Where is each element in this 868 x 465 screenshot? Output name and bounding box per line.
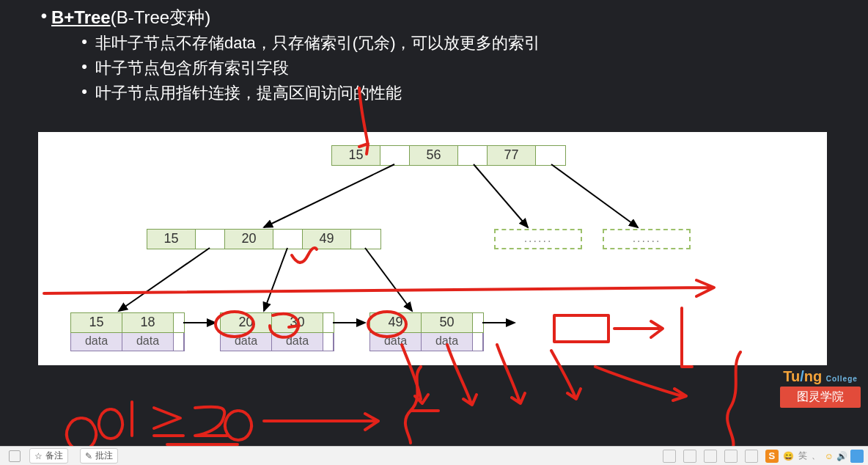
view-sorter-icon[interactable]	[683, 450, 696, 463]
svg-line-4	[264, 248, 287, 311]
view-divider-icon[interactable]	[745, 450, 758, 463]
tray-icon[interactable]	[850, 450, 864, 463]
bullets: • B+Tree(B-Tree变种) • 非叶子节点不存储data，只存储索引(…	[0, 0, 868, 104]
svg-line-1	[474, 164, 528, 227]
bullet-dot: •	[73, 32, 95, 51]
sound-icon[interactable]: 🔊	[836, 451, 847, 461]
bullet-line-2: • 叶子节点包含所有索引字段	[73, 57, 846, 79]
key-cell: 50	[422, 313, 473, 332]
emoji-icon[interactable]: 😄	[783, 451, 794, 461]
bullet-line-1: • 非叶子节点不存储data，只存储索引(冗余)，可以放更多的索引	[73, 32, 846, 54]
key-cell: 15	[332, 146, 380, 165]
taskbar: ☆ 备注 ✎ 批注 S 😄 笑 、 ☺ 🔊	[0, 446, 868, 465]
logo: Tu/ng College 图灵学院	[780, 368, 861, 408]
logo-text-right: ng	[804, 368, 822, 384]
svg-line-0	[264, 164, 394, 227]
pointer-cell	[273, 230, 303, 249]
pointer-cell	[196, 230, 225, 249]
svg-line-5	[365, 248, 412, 311]
pointer-cell	[473, 333, 483, 351]
key-cell: 15	[147, 230, 196, 249]
view-normal-icon[interactable]	[663, 450, 676, 463]
pointer-cell	[323, 333, 334, 351]
data-cell: data	[122, 333, 174, 351]
data-cell: data	[221, 333, 272, 351]
pointer-cell	[174, 333, 184, 351]
pointer-cell	[536, 146, 565, 165]
internal-node: 15 20 49	[147, 229, 381, 249]
key-cell: 56	[410, 146, 458, 165]
bullet-text: 非叶子节点不存储data，只存储索引(冗余)，可以放更多的索引	[95, 32, 540, 54]
key-cell: 49	[303, 230, 351, 249]
diagram-area: 15 56 77 15 20 49 ...... ...... 15 18	[38, 132, 827, 365]
bullet-line-3: • 叶子节点用指针连接，提高区间访问的性能	[73, 82, 846, 104]
svg-line-3	[119, 248, 210, 311]
notes-label: 备注	[45, 450, 63, 462]
logo-sub: College	[826, 375, 858, 383]
key-cell: 30	[272, 313, 323, 332]
title-rest: (B-Tree变种)	[111, 7, 210, 27]
slide: • B+Tree(B-Tree变种) • 非叶子节点不存储data，只存储索引(…	[0, 0, 868, 447]
pointer-cell	[351, 230, 380, 249]
data-cell: data	[422, 333, 473, 351]
logo-text-left: Tu	[783, 368, 800, 384]
bullet-dot: •	[73, 57, 95, 76]
key-cell: 20	[221, 313, 272, 332]
notes-button[interactable]: ☆ 备注	[29, 448, 68, 464]
bullet-dot: •	[37, 6, 51, 26]
key-cell: 18	[122, 313, 174, 332]
svg-line-2	[551, 164, 638, 227]
key-cell: 20	[225, 230, 273, 249]
logo-caption: 图灵学院	[780, 387, 861, 408]
view-controls	[663, 450, 758, 463]
pointer-cell	[380, 146, 410, 165]
sogou-ime-icon[interactable]: S	[765, 450, 779, 463]
key-cell: 49	[370, 313, 422, 332]
separator: 、	[812, 450, 820, 462]
data-cell: data	[272, 333, 323, 351]
bullet-title: • B+Tree(B-Tree变种)	[37, 6, 846, 29]
comments-label: 批注	[95, 450, 113, 462]
root-node: 15 56 77	[331, 145, 566, 166]
view-reading-icon[interactable]	[704, 450, 717, 463]
placeholder-node: ......	[603, 229, 691, 249]
leaf-node-3: 49 50 data data	[369, 312, 484, 351]
data-cell: data	[71, 333, 122, 351]
refresh-icon[interactable]	[9, 450, 21, 462]
bullet-text: 叶子节点包含所有索引字段	[95, 57, 289, 79]
title-bold: B+Tree	[51, 7, 111, 27]
pointer-cell	[323, 313, 334, 332]
bullet-dot: •	[73, 82, 95, 101]
logo-brand: Tu/ng College	[780, 368, 861, 385]
pointer-cell	[174, 313, 184, 332]
ime-text: 笑	[798, 450, 807, 462]
pointer-cell	[458, 146, 488, 165]
data-cell: data	[370, 333, 422, 351]
key-cell: 15	[71, 313, 122, 332]
bullet-text: 叶子节点用指针连接，提高区间访问的性能	[95, 82, 402, 104]
view-slideshow-icon[interactable]	[724, 450, 738, 463]
leaf-node-2: 20 30 data data	[220, 312, 334, 351]
smile-icon[interactable]: ☺	[825, 451, 834, 461]
leaf-node-1: 15 18 data data	[70, 312, 185, 351]
comments-button[interactable]: ✎ 批注	[80, 448, 118, 464]
key-cell: 77	[488, 146, 536, 165]
pointer-cell	[473, 313, 483, 332]
placeholder-node: ......	[494, 229, 582, 249]
